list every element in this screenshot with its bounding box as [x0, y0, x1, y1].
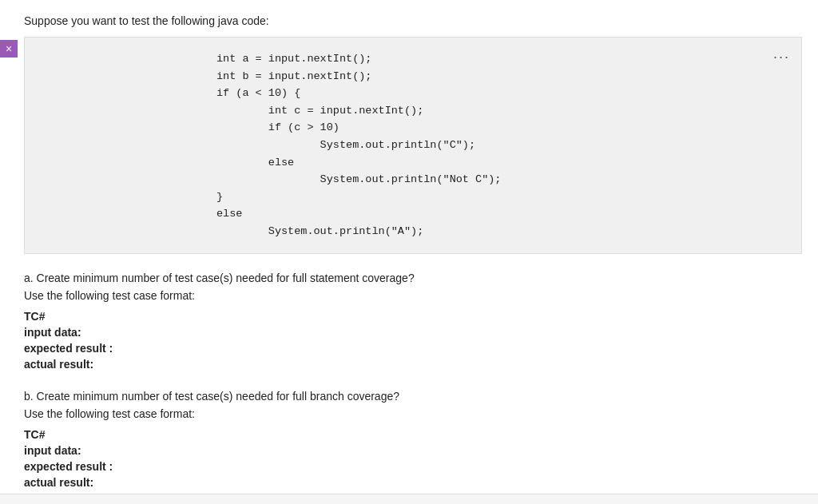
section-a-field-input: input data:: [24, 326, 802, 339]
section-b-question: b. Create minimum number of test case(s)…: [24, 390, 802, 403]
section-a-format: Use the following test case format:: [24, 289, 802, 302]
section-b-format: Use the following test case format:: [24, 407, 802, 420]
section-a-fields: TC# input data: expected result : actual…: [24, 310, 802, 371]
section-a-question: a. Create minimum number of test case(s)…: [24, 272, 802, 284]
close-icon: ×: [6, 42, 12, 55]
section-b-field-expected: expected result :: [24, 460, 802, 473]
section-a-field-tc: TC#: [24, 310, 802, 323]
section-b-field-actual: actual result:: [24, 476, 802, 489]
section-b-field-input: input data:: [24, 444, 802, 457]
section-a-field-expected: expected result :: [24, 342, 802, 355]
bottom-bar: [0, 494, 818, 504]
section-a-field-actual: actual result:: [24, 358, 802, 371]
section-a: a. Create minimum number of test case(s)…: [24, 272, 802, 371]
code-block: int a = input.nextInt(); int b = input.n…: [24, 37, 802, 254]
more-options-icon[interactable]: ···: [773, 49, 790, 65]
intro-text: Suppose you want to test the following j…: [24, 14, 802, 27]
section-b-field-tc: TC#: [24, 428, 802, 441]
close-button[interactable]: ×: [0, 40, 18, 58]
section-b: b. Create minimum number of test case(s)…: [24, 390, 802, 489]
code-content: int a = input.nextInt(); int b = input.n…: [216, 50, 785, 240]
section-b-fields: TC# input data: expected result : actual…: [24, 428, 802, 489]
